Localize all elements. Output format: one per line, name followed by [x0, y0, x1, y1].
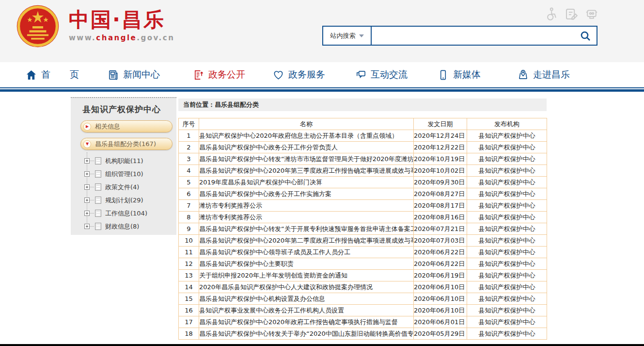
nav-about-changle[interactable]: 走进昌乐: [518, 62, 570, 87]
document-link[interactable]: 昌乐县知识产权保护中心机构设置及办公信息: [199, 293, 414, 305]
publish-org: 县知识产权保护中心: [467, 223, 547, 235]
nav-divider: [0, 87, 644, 92]
expand-plus-icon[interactable]: [84, 224, 90, 229]
publish-date: 2020年06月10日: [414, 281, 467, 293]
table-row: 142020年昌乐县知识产权保护中心人大建议和政协提案办理情况2020年06月1…: [179, 281, 547, 293]
table-row: 2昌乐县知识产权保护中心政务公开工作分管负责人2020年12月22日县知识产权保…: [179, 142, 547, 153]
publish-date: 2020年05月29日: [414, 328, 467, 340]
sidebar-button-related-info[interactable]: ▶ 相关信息: [80, 120, 173, 132]
publish-date: 2020年12月24日: [414, 130, 467, 142]
publish-org: 县知识产权保护中心: [467, 235, 547, 247]
publish-date: 2020年08月16日: [414, 212, 467, 223]
document-link[interactable]: 昌乐县知识产权保护中心领导班子成员及工作人员分工: [199, 247, 414, 258]
row-number: 8: [179, 212, 199, 223]
tree-item-policy-documents[interactable]: 政策文件(4): [84, 181, 176, 194]
search-scope-label: 站内搜索: [330, 32, 356, 40]
table-row: 12昌乐县知识产权保护中心主要职责2020年06月22日县知识产权保护中心: [179, 258, 547, 270]
site-logo[interactable]: 中国·昌乐 www.changle.gov.cn: [69, 9, 174, 42]
breadcrumb: 当前位置：昌乐县组配分类: [178, 99, 547, 111]
expand-plus-icon[interactable]: [84, 211, 90, 216]
document-link[interactable]: 昌乐县知识产权保护中心2020年第二季度政府工作报告确定事项进展成效与举措: [199, 235, 414, 247]
row-number: 14: [179, 281, 199, 293]
tree-item-financial-information[interactable]: 财政信息(8): [84, 220, 176, 233]
document-link[interactable]: 关于组织申报2020年上半年发明创造资助资金的通知: [199, 270, 414, 281]
document-link[interactable]: 昌乐县知识产权保护中心主要职责: [199, 258, 414, 270]
site-title: 中国·昌乐: [69, 9, 174, 31]
publish-date: 2020年08月17日: [414, 200, 467, 212]
circle-arrow-down-icon: ▼: [83, 140, 91, 148]
publish-date: 2020年06月22日: [414, 247, 467, 258]
publish-org: 县知识产权保护中心: [467, 305, 547, 316]
header-date: 发文日期: [414, 118, 467, 130]
robot-assistant-icon[interactable]: [584, 7, 599, 21]
table-row: 6昌乐县知识产权保护中心政务公开工作实施方案2020年08月27日县知识产权保护…: [179, 188, 547, 200]
document-link[interactable]: 潍坊市专利奖推荐公示: [199, 212, 414, 223]
table-row: 15昌乐县知识产权保护中心机构设置及办公信息2020年06月10日县知识产权保护…: [179, 293, 547, 305]
publish-date: 2020年06月01日: [414, 316, 467, 328]
expand-plus-icon[interactable]: [84, 158, 90, 164]
row-number: 16: [179, 305, 199, 316]
main-content: 当前位置：昌乐县组配分类 序号 名称 发文日期 发布机构 1县知识产权保护中心2…: [178, 99, 547, 340]
tree-item-work-information[interactable]: 工作信息(104): [84, 207, 176, 220]
nav-government-affairs[interactable]: 政务公开: [193, 62, 245, 87]
document-table-body: 1县知识产权保护中心2020年政府信息主动公开基本目录（含重点领域）2020年1…: [179, 130, 547, 340]
publish-date: 2020年06月22日: [414, 258, 467, 270]
row-number: 10: [179, 235, 199, 247]
row-number: 11: [179, 247, 199, 258]
map-pin-icon: [518, 69, 529, 81]
accessibility-icon[interactable]: [544, 7, 558, 21]
document-link[interactable]: 昌乐县知识产权保护中心转发关于举办“2020中国山东新旧动能转换高价值专利...: [199, 328, 414, 340]
table-row: 11昌乐县知识产权保护中心领导班子成员及工作人员分工2020年06月22日县知识…: [179, 247, 547, 258]
main-navigation: 首 页 新闻中心 政务公开 政务服务 互动交流 新媒体 走进昌乐: [0, 62, 644, 87]
expand-plus-icon[interactable]: [84, 198, 90, 203]
tree-item-organization-management[interactable]: 组织管理(10): [84, 167, 176, 181]
publish-org: 县知识产权保护中心: [467, 270, 547, 281]
heart-icon: [273, 69, 284, 81]
nav-new-media[interactable]: 新媒体: [438, 62, 481, 87]
publish-date: 2020年06月10日: [414, 305, 467, 316]
document-link[interactable]: 昌乐县知识产权保护中心转发“潍坊市市场监督管理局关于做好2020年度潍坊市...: [199, 153, 414, 165]
search-button[interactable]: [574, 27, 597, 45]
document-link[interactable]: 县知识产权事业发展中心政务公开工作机构人员设置: [199, 305, 414, 316]
row-number: 5: [179, 177, 199, 188]
suggestion-edit-icon[interactable]: [564, 7, 579, 21]
tree-item-organization-functions[interactable]: 机构职能(11): [84, 154, 176, 167]
expand-plus-icon[interactable]: [84, 171, 90, 177]
publish-org: 县知识产权保护中心: [467, 247, 547, 258]
site-header: 中国·昌乐 www.changle.gov.cn 站内搜索: [0, 0, 644, 62]
document-link[interactable]: 潍坊市专利奖推荐公示: [199, 200, 414, 212]
document-link[interactable]: 昌乐县知识产权保护中心政务公开工作实施方案: [199, 188, 414, 200]
nav-home[interactable]: 首 页: [26, 62, 79, 87]
tree-item-planning[interactable]: 规划计划(29): [84, 194, 176, 207]
document-link[interactable]: 2019年度昌乐县知识产权保护中心部门决算: [199, 177, 414, 188]
publish-org: 县知识产权保护中心: [467, 188, 547, 200]
expand-plus-icon[interactable]: [84, 184, 90, 190]
header-utility-icons: [544, 7, 599, 21]
row-number: 6: [179, 188, 199, 200]
table-row: 8潍坊市专利奖推荐公示2020年08月16日县知识产权保护中心: [179, 212, 547, 223]
publish-org: 县知识产权保护中心: [467, 328, 547, 340]
table-row: 10昌乐县知识产权保护中心2020年第二季度政府工作报告确定事项进展成效与举措2…: [179, 235, 547, 247]
document-link[interactable]: 2020年昌乐县知识产权保护中心人大建议和政协提案办理情况: [199, 281, 414, 293]
sidebar-tree: 机构职能(11) 组织管理(10) 政策文件(4) 规划计划(29) 工作信息(…: [84, 154, 176, 233]
document-link[interactable]: 昌乐县知识产权保护中心2020年政府工作报告确定事项执行措施与监督: [199, 316, 414, 328]
publish-org: 县知识产权保护中心: [467, 293, 547, 305]
publish-date: 2020年06月19日: [414, 270, 467, 281]
table-row: 9昌乐县知识产权保护中心转发“关于开展专利快速预审服务首批申请主体备案工...2…: [179, 223, 547, 235]
nav-news-center[interactable]: 新闻中心: [108, 62, 160, 87]
table-row: 13关于组织申报2020年上半年发明创造资助资金的通知2020年06月19日县知…: [179, 270, 547, 281]
publish-date: 2020年08月27日: [414, 188, 467, 200]
document-link[interactable]: 昌乐县知识产权保护中心2020年第三季度政府工作报告确定事项进展成效与举措: [199, 165, 414, 177]
search-scope-dropdown[interactable]: 站内搜索: [323, 27, 372, 45]
nav-government-services[interactable]: 政务服务: [273, 62, 325, 87]
sidebar-title: 县知识产权保护中心: [82, 104, 176, 115]
row-number: 13: [179, 270, 199, 281]
nav-interaction[interactable]: 互动交流: [355, 62, 408, 87]
document-link[interactable]: 县知识产权保护中心2020年政府信息主动公开基本目录（含重点领域）: [199, 130, 414, 142]
sidebar-button-category[interactable]: ▼ 昌乐县组配分类(167): [80, 138, 173, 150]
document-link[interactable]: 昌乐县知识产权保护中心政务公开工作分管负责人: [199, 142, 414, 153]
document-link[interactable]: 昌乐县知识产权保护中心转发“关于开展专利快速预审服务首批申请主体备案工...: [199, 223, 414, 235]
search-input[interactable]: [372, 27, 574, 45]
table-row: 7潍坊市专利奖推荐公示2020年08月17日县知识产权保护中心: [179, 200, 547, 212]
row-number: 3: [179, 153, 199, 165]
